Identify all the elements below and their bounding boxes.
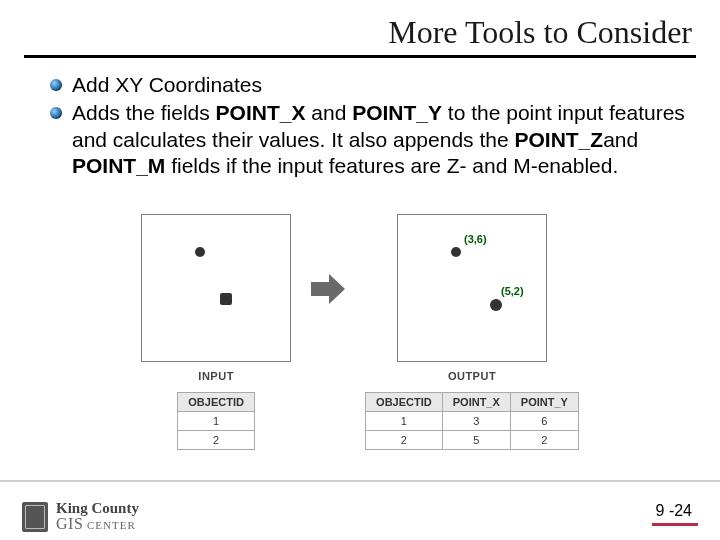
- table-row: 1 3 6: [366, 412, 579, 431]
- logo-gis-main: GIS: [56, 515, 83, 532]
- output-point-2-label: (5,2): [501, 285, 524, 297]
- input-caption: INPUT: [198, 370, 234, 382]
- output-point-2: [490, 299, 502, 311]
- input-table: OBJECTID 1 2: [177, 392, 255, 450]
- page-number: 9 -24: [656, 502, 692, 520]
- logo-gis: GIS CENTER: [56, 516, 139, 532]
- svg-marker-0: [311, 274, 345, 304]
- input-point-1: [195, 247, 205, 257]
- b2-and1: and: [305, 101, 352, 124]
- out-r0c0: 1: [366, 412, 443, 431]
- b2-pointy: POINT_Y: [352, 101, 442, 124]
- output-panel: (3,6) (5,2) OUTPUT OBJECTID POINT_X POIN…: [365, 214, 579, 450]
- b2-and2: and: [603, 128, 638, 151]
- footer: King County GIS CENTER 9 -24: [0, 480, 720, 540]
- bullet-1-text: Add XY Coordinates: [72, 73, 262, 96]
- in-r0c0: 1: [178, 412, 255, 431]
- in-th-0: OBJECTID: [178, 393, 255, 412]
- page-title: More Tools to Consider: [0, 14, 692, 51]
- table-row: 2 5 2: [366, 431, 579, 450]
- output-caption: OUTPUT: [448, 370, 496, 382]
- b2-post: fields if the input features are Z- and …: [165, 154, 618, 177]
- output-table: OBJECTID POINT_X POINT_Y 1 3 6 2 5 2: [365, 392, 579, 450]
- in-r1c0: 2: [178, 431, 255, 450]
- diagram: INPUT OBJECTID 1 2 (3,6): [0, 214, 720, 450]
- output-point-1-label: (3,6): [464, 233, 487, 245]
- out-th-0: OBJECTID: [366, 393, 443, 412]
- bullet-2: Adds the fields POINT_X and POINT_Y to t…: [50, 100, 690, 179]
- title-wrap: More Tools to Consider: [0, 0, 720, 51]
- b2-pointm: POINT_M: [72, 154, 165, 177]
- bullet-list: Add XY Coordinates Adds the fields POINT…: [50, 72, 690, 179]
- out-r0c2: 6: [510, 412, 578, 431]
- footer-logo: King County GIS CENTER: [22, 501, 139, 532]
- b2-pre: Adds the fields: [72, 101, 216, 124]
- output-canvas: (3,6) (5,2): [397, 214, 547, 362]
- crest-icon: [22, 502, 48, 532]
- b2-pointx: POINT_X: [216, 101, 306, 124]
- bullet-1: Add XY Coordinates: [50, 72, 690, 98]
- logo-county: King County: [56, 501, 139, 516]
- out-r1c2: 2: [510, 431, 578, 450]
- output-point-1: [451, 247, 461, 257]
- out-r0c1: 3: [442, 412, 510, 431]
- table-row: 2: [178, 431, 255, 450]
- out-r1c1: 5: [442, 431, 510, 450]
- logo-text: King County GIS CENTER: [56, 501, 139, 532]
- input-panel: INPUT OBJECTID 1 2: [141, 214, 291, 450]
- slide: More Tools to Consider Add XY Coordinate…: [0, 0, 720, 540]
- out-th-1: POINT_X: [442, 393, 510, 412]
- logo-gis-center: CENTER: [83, 519, 136, 531]
- input-point-2: [220, 293, 232, 305]
- arrow-column: [311, 214, 345, 450]
- out-r1c0: 2: [366, 431, 443, 450]
- accent-bar: [652, 523, 698, 526]
- arrow-right-icon: [311, 274, 345, 304]
- body: Add XY Coordinates Adds the fields POINT…: [0, 58, 720, 179]
- input-canvas: [141, 214, 291, 362]
- b2-pointz: POINT_Z: [514, 128, 603, 151]
- table-row: 1: [178, 412, 255, 431]
- out-th-2: POINT_Y: [510, 393, 578, 412]
